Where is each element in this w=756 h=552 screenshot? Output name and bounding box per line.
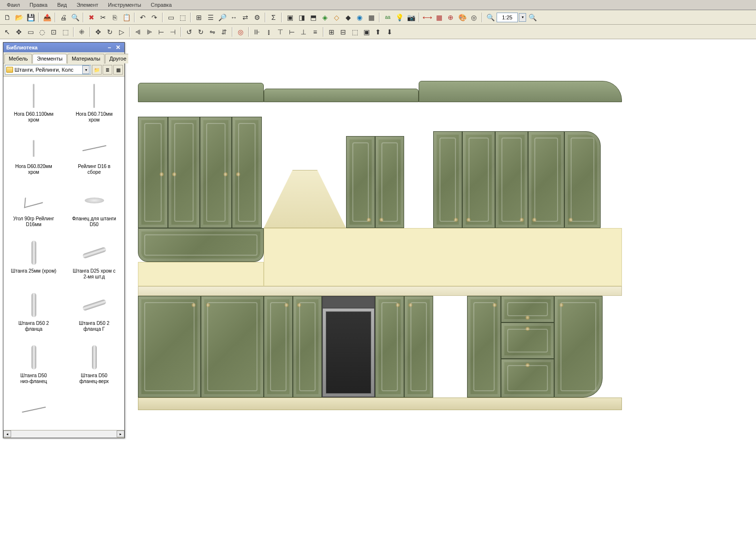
view-render-icon[interactable]: ◉ [354, 12, 365, 23]
menu-file[interactable]: Фаил [3, 1, 24, 9]
open-file-icon[interactable]: 📂 [14, 12, 24, 23]
align-hcenter-icon[interactable]: ⊣ [167, 27, 178, 37]
render-settings-icon[interactable]: ▦ [366, 12, 377, 23]
scroll-right-icon[interactable]: ▸ [117, 430, 124, 437]
scroll-left-icon[interactable]: ◂ [3, 430, 11, 437]
list-item[interactable]: Штанга D50 низ-фланец [4, 341, 63, 391]
scale-dropdown-icon[interactable]: ▾ [519, 13, 526, 22]
list-item[interactable] [65, 393, 123, 430]
pointer-icon[interactable]: ↖ [2, 27, 13, 37]
minimize-icon[interactable]: – [106, 44, 113, 51]
chevron-down-icon[interactable]: ▾ [82, 65, 90, 74]
list-item[interactable]: Нога D60.1100мм хром [4, 79, 63, 130]
rotate-ccw-icon[interactable]: ↺ [184, 27, 195, 37]
snap-icon[interactable]: ⊕ [445, 12, 456, 23]
tab-elements[interactable]: Элементы [32, 54, 67, 63]
dimensions-icon[interactable]: ⟷ [422, 12, 433, 23]
kitchen-model[interactable] [138, 83, 622, 460]
redo-icon[interactable]: ↷ [149, 12, 160, 23]
sum-icon[interactable]: Σ [268, 12, 279, 23]
window-icon[interactable]: ⊞ [194, 12, 204, 23]
list-item[interactable]: Нога D60.710мм хром [65, 79, 123, 130]
camera-icon[interactable]: 📷 [406, 12, 416, 23]
light-icon[interactable]: 💡 [394, 12, 405, 23]
align-left-icon[interactable]: ⫷ [133, 27, 143, 37]
color-wheel-icon[interactable]: 🎨 [457, 12, 468, 23]
align-bottom-icon[interactable]: ⊥ [298, 27, 309, 37]
list-item[interactable]: Штанга 25мм (хром) [4, 236, 63, 287]
tab-other[interactable]: Другое [105, 54, 131, 63]
paste-icon[interactable]: 📋 [121, 12, 132, 23]
replace-icon[interactable]: ⇄ [240, 12, 251, 23]
grid-icon[interactable]: ▦ [434, 12, 444, 23]
view-top-icon[interactable]: ⬒ [308, 12, 318, 23]
tab-furniture[interactable]: Мебель [4, 54, 32, 63]
order-backward-icon[interactable]: ⬇ [384, 27, 395, 37]
marquee-icon[interactable]: ⬚ [60, 27, 71, 37]
save-icon[interactable]: 💾 [25, 12, 36, 23]
align-right-icon[interactable]: ⊢ [156, 27, 166, 37]
delete-icon[interactable]: ✖ [86, 12, 97, 23]
menu-help[interactable]: Справка [147, 1, 176, 9]
measure-icon[interactable]: ↔ [228, 12, 239, 23]
grid-view-icon[interactable]: ▦ [113, 65, 123, 75]
list-item[interactable]: Штанга D50 фланец-верх [65, 341, 123, 391]
distribute-v-icon[interactable]: ⫿ [263, 27, 274, 37]
order-front-icon[interactable]: ⬚ [349, 27, 360, 37]
target-icon[interactable]: ◎ [469, 12, 479, 23]
undo-icon[interactable]: ↶ [137, 12, 148, 23]
list-item[interactable]: Нога D60.820мм хром [4, 132, 63, 182]
close-icon[interactable]: ✕ [115, 44, 121, 51]
scale-input[interactable] [497, 13, 518, 22]
list-item[interactable]: Штанга D50 2 фланца [4, 289, 63, 339]
scroll-track[interactable] [11, 430, 117, 438]
space-equal-icon[interactable]: ≡ [310, 27, 320, 37]
print-icon[interactable]: 🖨 [58, 12, 69, 23]
list-view-icon[interactable]: ≣ [103, 65, 112, 75]
move-grid-icon[interactable]: ⁜ [76, 27, 87, 37]
pan-icon[interactable]: ✥ [14, 27, 24, 37]
cut-icon[interactable]: ✂ [98, 12, 108, 23]
align-top-icon[interactable]: ⊤ [275, 27, 286, 37]
order-back-icon[interactable]: ▣ [361, 27, 372, 37]
layers-icon[interactable]: ☰ [205, 12, 216, 23]
align-center-icon[interactable]: ⫸ [144, 27, 155, 37]
menu-view[interactable]: Вид [53, 1, 71, 9]
ungroup-icon[interactable]: ⊟ [338, 27, 348, 37]
zoom-out-icon[interactable]: 🔍 [485, 12, 496, 23]
node-icon[interactable]: ⊡ [48, 27, 59, 37]
tab-materials[interactable]: Материалы [67, 54, 105, 63]
menu-element[interactable]: Элемент [73, 1, 102, 9]
new-file-icon[interactable]: 🗋 [2, 12, 13, 23]
copy-icon[interactable]: ⎘ [109, 12, 120, 23]
export-icon[interactable]: 📤 [42, 12, 52, 23]
view-front-icon[interactable]: ▣ [285, 12, 295, 23]
center-target-icon[interactable]: ◎ [235, 27, 246, 37]
find-icon[interactable]: 🔎 [217, 12, 227, 23]
distribute-h-icon[interactable]: ⊪ [252, 27, 262, 37]
folder-path-input[interactable] [15, 67, 82, 73]
select-all-icon[interactable]: ⬚ [177, 12, 188, 23]
print-preview-icon[interactable]: 🔍 [70, 12, 80, 23]
horizontal-scrollbar[interactable]: ◂ ▸ [3, 430, 124, 438]
group-icon[interactable]: ⊞ [326, 27, 337, 37]
order-forward-icon[interactable]: ⬆ [373, 27, 383, 37]
align-middle-icon[interactable]: ⊢ [287, 27, 297, 37]
library-items[interactable]: Нога D60.1100мм хром Нога D60.710мм хром… [3, 77, 124, 430]
view-shade-icon[interactable]: ◆ [343, 12, 353, 23]
rotate-icon[interactable]: ↻ [105, 27, 115, 37]
list-item[interactable]: Штанга D25 хром с 2-мя шт.д [65, 236, 123, 287]
design-canvas[interactable] [128, 54, 751, 490]
list-item[interactable]: Штанга D50 2 фланца Г [65, 289, 123, 339]
folder-combo[interactable]: ▾ [5, 65, 91, 75]
view-side-icon[interactable]: ◨ [296, 12, 307, 23]
text-label-icon[interactable]: аа [382, 12, 393, 23]
menu-edit[interactable]: Правка [26, 1, 51, 9]
lasso-icon[interactable]: ◌ [37, 27, 47, 37]
move-icon[interactable]: ✥ [93, 27, 104, 37]
view-wire-icon[interactable]: ◇ [331, 12, 342, 23]
list-item[interactable] [4, 393, 63, 430]
rotate-cw-icon[interactable]: ↻ [196, 27, 206, 37]
zoom-in-icon[interactable]: 🔍 [527, 12, 538, 23]
view-3d-icon[interactable]: ◈ [319, 12, 330, 23]
